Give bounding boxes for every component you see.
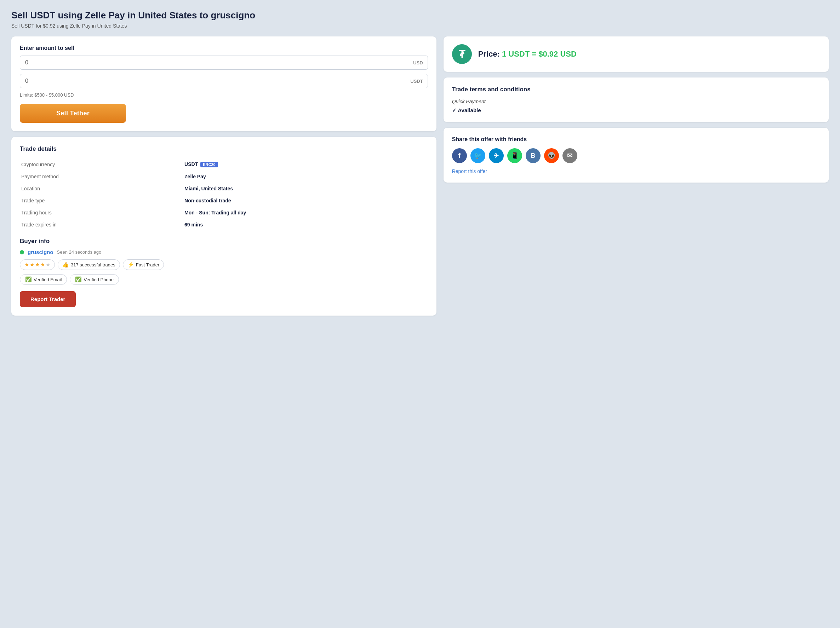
buyer-badges-row: ★ ★ ★ ★ ★ 👍 317 successful trades ⚡ Fast… bbox=[20, 259, 428, 270]
online-indicator bbox=[20, 250, 24, 254]
buyer-name-row: gruscigno Seen 24 seconds ago bbox=[20, 249, 428, 255]
usdt-suffix: USDT bbox=[410, 79, 423, 84]
star-1: ★ bbox=[24, 261, 29, 268]
trade-detail-label: Trade expires in bbox=[20, 219, 183, 231]
social-icons-row: f🐦✈📱В👽✉ bbox=[452, 148, 820, 163]
report-offer-link[interactable]: Report this offer bbox=[452, 168, 487, 174]
limits-text: Limits: $500 - $5,000 USD bbox=[20, 92, 428, 98]
price-label: Price: bbox=[478, 50, 500, 58]
usd-suffix: USD bbox=[413, 60, 423, 65]
star-4: ★ bbox=[40, 261, 45, 268]
star-5: ★ bbox=[46, 261, 50, 268]
price-value: 1 USDT = $0.92 USD bbox=[502, 50, 576, 58]
trade-detail-label: Trading hours bbox=[20, 207, 183, 219]
star-rating-badge: ★ ★ ★ ★ ★ bbox=[20, 259, 55, 270]
usd-input-group: USD bbox=[20, 55, 428, 70]
page-title: Sell USDT using Zelle Pay in United Stat… bbox=[11, 10, 829, 21]
verification-badges-row: ✅ Verified Email ✅ Verified Phone bbox=[20, 274, 428, 285]
trade-detail-label: Cryptocurrency bbox=[20, 158, 183, 170]
trade-details-row: Trade expires in69 mins bbox=[20, 219, 428, 231]
whatsapp-share-button[interactable]: 📱 bbox=[507, 148, 522, 163]
verified-phone-text: Verified Phone bbox=[84, 277, 114, 282]
vk-share-button[interactable]: В bbox=[526, 148, 540, 163]
facebook-share-button[interactable]: f bbox=[452, 148, 467, 163]
trade-detail-value: Non-custodial trade bbox=[183, 195, 428, 207]
bolt-icon: ⚡ bbox=[128, 261, 134, 268]
sell-form-card: Enter amount to sell USD USDT Limits: $5… bbox=[11, 36, 436, 131]
trade-terms-card: Trade terms and conditions Quick Payment… bbox=[444, 77, 829, 122]
email-share-button[interactable]: ✉ bbox=[562, 148, 577, 163]
buyer-info-title: Buyer info bbox=[20, 238, 428, 245]
twitter-share-button[interactable]: 🐦 bbox=[471, 148, 485, 163]
verified-email-text: Verified Email bbox=[34, 277, 62, 282]
trade-detail-value: Mon - Sun: Trading all day bbox=[183, 207, 428, 219]
left-column: Enter amount to sell USD USDT Limits: $5… bbox=[11, 36, 436, 316]
trade-details-row: Trading hoursMon - Sun: Trading all day bbox=[20, 207, 428, 219]
trade-details-row: Trade typeNon-custodial trade bbox=[20, 195, 428, 207]
trade-details-title: Trade details bbox=[20, 145, 428, 153]
usdt-input-group: USDT bbox=[20, 74, 428, 88]
usd-input[interactable] bbox=[20, 55, 428, 70]
reddit-share-button[interactable]: 👽 bbox=[544, 148, 559, 163]
trade-details-row: Payment methodZelle Pay bbox=[20, 170, 428, 183]
page-subtitle: Sell USDT for $0.92 using Zelle Pay in U… bbox=[11, 23, 829, 29]
verified-phone-icon: ✅ bbox=[75, 276, 82, 283]
trade-detail-label: Trade type bbox=[20, 195, 183, 207]
trade-details-row: CryptocurrencyUSDTERC20 bbox=[20, 158, 428, 170]
trade-details-row: LocationMiami, United States bbox=[20, 183, 428, 195]
trade-detail-value: Zelle Pay bbox=[183, 170, 428, 183]
buyer-seen-time: Seen 24 seconds ago bbox=[57, 249, 102, 255]
usdt-input[interactable] bbox=[20, 74, 428, 88]
trade-detail-value: USDTERC20 bbox=[183, 158, 428, 170]
trades-count-text: 317 successful trades bbox=[71, 262, 115, 268]
tether-logo: ₮ bbox=[452, 44, 472, 64]
trade-details-card: Trade details CryptocurrencyUSDTERC20Pay… bbox=[11, 137, 436, 316]
erc20-badge: ERC20 bbox=[201, 162, 218, 167]
fast-trader-badge: ⚡ Fast Trader bbox=[123, 259, 164, 270]
trades-count-badge: 👍 317 successful trades bbox=[58, 259, 120, 270]
trade-detail-value: 69 mins bbox=[183, 219, 428, 231]
verified-phone-badge: ✅ Verified Phone bbox=[70, 274, 119, 285]
share-card: Share this offer with friends f🐦✈📱В👽✉ Re… bbox=[444, 128, 829, 183]
trade-detail-label: Payment method bbox=[20, 170, 183, 183]
right-column: ₮ Price: 1 USDT = $0.92 USD Trade terms … bbox=[444, 36, 829, 183]
buyer-username[interactable]: gruscigno bbox=[28, 249, 54, 255]
trade-detail-value: Miami, United States bbox=[183, 183, 428, 195]
trade-detail-label: Location bbox=[20, 183, 183, 195]
report-trader-button[interactable]: Report Trader bbox=[20, 291, 76, 307]
price-text: Price: 1 USDT = $0.92 USD bbox=[478, 50, 576, 59]
amount-label: Enter amount to sell bbox=[20, 45, 428, 51]
share-title: Share this offer with friends bbox=[452, 136, 820, 143]
trade-terms-title: Trade terms and conditions bbox=[452, 86, 820, 93]
available-text: ✓ Available bbox=[452, 107, 820, 113]
main-layout: Enter amount to sell USD USDT Limits: $5… bbox=[11, 36, 829, 316]
verified-email-badge: ✅ Verified Email bbox=[20, 274, 67, 285]
price-card: ₮ Price: 1 USDT = $0.92 USD bbox=[444, 36, 829, 72]
quick-payment-text: Quick Payment bbox=[452, 99, 820, 104]
sell-tether-button[interactable]: Sell Tether bbox=[20, 104, 126, 123]
fast-trader-text: Fast Trader bbox=[136, 262, 159, 268]
trade-details-table: CryptocurrencyUSDTERC20Payment methodZel… bbox=[20, 158, 428, 231]
tether-icon: ₮ bbox=[459, 49, 465, 60]
verified-email-icon: ✅ bbox=[25, 276, 32, 283]
star-2: ★ bbox=[30, 261, 34, 268]
telegram-share-button[interactable]: ✈ bbox=[489, 148, 504, 163]
thumbs-up-icon: 👍 bbox=[62, 261, 69, 268]
star-3: ★ bbox=[35, 261, 39, 268]
